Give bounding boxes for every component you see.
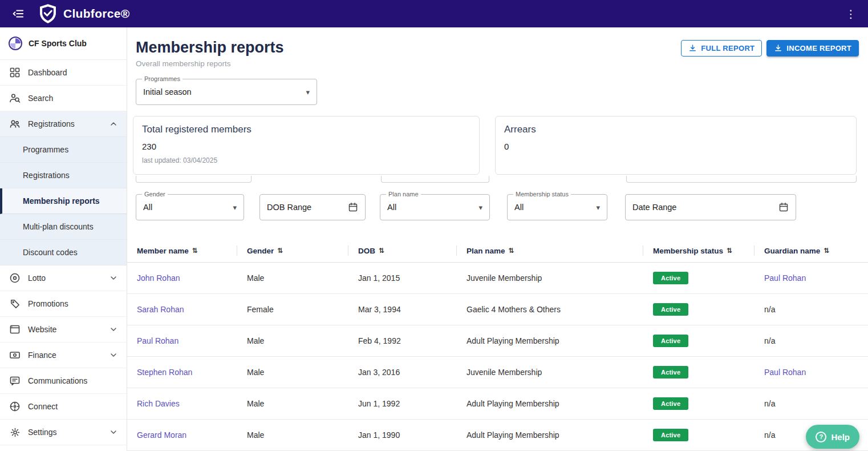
dob-cell: Jan 3, 2016	[348, 368, 457, 377]
guardian-name-link[interactable]: Paul Rohan	[764, 368, 806, 377]
main-content: Membership reports Overall membership re…	[127, 27, 868, 451]
menu-toggle-button[interactable]	[8, 3, 29, 24]
dashboard-icon	[9, 67, 21, 78]
partially-hidden-filter-row	[136, 175, 868, 183]
table-row: Paul Rohan Male Feb 4, 1992 Adult Playin…	[127, 325, 868, 357]
sidebar-subitem-label: Discount codes	[23, 248, 78, 257]
membership-status-filter-select[interactable]: Membership status All ▾	[507, 194, 607, 220]
chevron-down-icon: ▾	[596, 203, 600, 212]
members-table: Member name ⇅ Gender ⇅ DOB ⇅ Plan name ⇅…	[127, 239, 868, 451]
income-report-button[interactable]: INCOME REPORT	[766, 40, 859, 57]
summary-cards: Total registered members 230 last update…	[133, 116, 857, 175]
column-header-plan-name[interactable]: Plan name ⇅	[457, 239, 643, 262]
sort-icon[interactable]: ⇅	[379, 247, 384, 255]
calendar-icon	[348, 202, 358, 212]
sidebar-subitem-label: Membership reports	[23, 196, 100, 206]
help-label: Help	[831, 432, 850, 442]
sidebar-item-discount-codes[interactable]: Discount codes	[0, 240, 127, 265]
sidebar: CF Sports Club Dashboard Search Registra…	[0, 27, 127, 451]
help-button[interactable]: ? Help	[806, 425, 859, 449]
sidebar-item-lotto[interactable]: Lotto	[0, 265, 127, 291]
guardian-name-link[interactable]: Paul Rohan	[764, 273, 806, 283]
status-badge: Active	[653, 272, 688, 284]
sort-icon[interactable]: ⇅	[192, 247, 198, 255]
download-icon	[688, 44, 697, 53]
sidebar-item-communications[interactable]: Communications	[0, 368, 127, 394]
sidebar-item-label: Promotions	[28, 299, 68, 308]
sidebar-item-connect[interactable]: Connect	[0, 394, 127, 420]
sidebar-item-multi-plan-discounts[interactable]: Multi-plan discounts	[0, 214, 127, 240]
column-label: Plan name	[467, 247, 505, 255]
sidebar-item-dashboard[interactable]: Dashboard	[0, 60, 127, 86]
sidebar-item-registrations[interactable]: Registrations	[0, 111, 127, 137]
member-name-link[interactable]: Stephen Rohan	[137, 368, 192, 377]
dob-range-input[interactable]: DOB Range	[259, 194, 366, 220]
sidebar-subitem-label: Programmes	[23, 145, 68, 154]
dob-range-placeholder: DOB Range	[267, 203, 311, 212]
full-report-button[interactable]: FULL REPORT	[681, 40, 762, 57]
gender-cell: Female	[237, 305, 348, 314]
table-row: Sarah Rohan Female Mar 3, 1994 Gaelic 4 …	[127, 294, 868, 325]
member-name-link[interactable]: Gerard Moran	[137, 430, 186, 440]
sidebar-item-label: Connect	[28, 402, 58, 411]
column-header-membership-status[interactable]: Membership status ⇅	[643, 239, 755, 262]
status-badge: Active	[653, 335, 688, 347]
download-icon	[774, 44, 782, 53]
club-crest-icon	[8, 36, 23, 51]
gender-filter-select[interactable]: Gender All ▾	[136, 194, 244, 220]
column-header-member-name[interactable]: Member name ⇅	[127, 239, 237, 262]
plan-name-filter-value: All	[387, 203, 396, 212]
sidebar-item-settings[interactable]: Settings	[0, 420, 127, 445]
sidebar-item-website[interactable]: Website	[0, 317, 127, 343]
full-report-label: FULL REPORT	[701, 44, 755, 53]
hidden-input-edge	[381, 176, 489, 183]
programmes-select[interactable]: Programmes Initial season ▾	[136, 79, 317, 105]
member-name-link[interactable]: Sarah Rohan	[137, 305, 184, 314]
chevron-down-icon: ▾	[306, 88, 310, 96]
sidebar-item-membership-reports[interactable]: Membership reports	[0, 188, 127, 214]
gender-cell: Male	[237, 336, 348, 345]
status-badge: Active	[653, 429, 688, 441]
table-row: Rich Davies Male Jun 1, 1992 Adult Playi…	[127, 388, 868, 420]
member-name-link[interactable]: John Rohan	[137, 273, 180, 283]
dob-cell: Feb 4, 1992	[348, 336, 457, 345]
browser-icon	[9, 324, 21, 335]
member-name-link[interactable]: Paul Rohan	[137, 336, 179, 345]
plan-cell: Adult Playing Membership	[457, 336, 643, 345]
hamburger-menu-icon	[12, 7, 25, 20]
date-range-placeholder: Date Range	[632, 203, 676, 212]
plan-cell: Juvenile Membership	[457, 368, 643, 377]
sidebar-subitem-label: Registrations	[23, 171, 70, 180]
date-range-input[interactable]: Date Range	[625, 194, 796, 220]
club-header[interactable]: CF Sports Club	[0, 27, 127, 60]
sidebar-item-label: Registrations	[28, 119, 75, 128]
sidebar-item-registrations-sub[interactable]: Registrations	[0, 163, 127, 188]
column-label: Member name	[137, 247, 189, 255]
sidebar-item-programmes[interactable]: Programmes	[0, 137, 127, 163]
topbar: Clubforce® ⋮	[0, 0, 868, 27]
sidebar-subitem-label: Multi-plan discounts	[23, 222, 94, 231]
more-options-button[interactable]: ⋮	[842, 5, 860, 23]
chevron-down-icon	[109, 325, 118, 334]
column-header-guardian-name[interactable]: Guardian name ⇅	[755, 239, 868, 262]
plan-name-filter-select[interactable]: Plan name All ▾	[380, 194, 490, 220]
lotto-icon	[9, 272, 21, 284]
sidebar-item-finance[interactable]: Finance	[0, 343, 127, 368]
plan-cell: Adult Playing Membership	[457, 399, 643, 408]
column-label: Membership status	[653, 247, 723, 255]
clubforce-shield-icon	[38, 3, 58, 24]
column-label: Guardian name	[764, 247, 820, 255]
sidebar-item-promotions[interactable]: Promotions	[0, 291, 127, 317]
member-name-link[interactable]: Rich Davies	[137, 399, 180, 408]
total-members-card: Total registered members 230 last update…	[133, 116, 480, 175]
gender-cell: Male	[237, 273, 348, 283]
sort-icon[interactable]: ⇅	[277, 247, 283, 255]
sidebar-item-search[interactable]: Search	[0, 86, 127, 111]
column-header-gender[interactable]: Gender ⇅	[237, 239, 348, 262]
dob-cell: Jun 1, 1992	[348, 399, 457, 408]
sort-icon[interactable]: ⇅	[824, 247, 829, 255]
sort-icon[interactable]: ⇅	[727, 247, 732, 255]
column-header-dob[interactable]: DOB ⇅	[348, 239, 457, 262]
gender-filter-value: All	[143, 203, 152, 212]
sort-icon[interactable]: ⇅	[509, 247, 514, 255]
